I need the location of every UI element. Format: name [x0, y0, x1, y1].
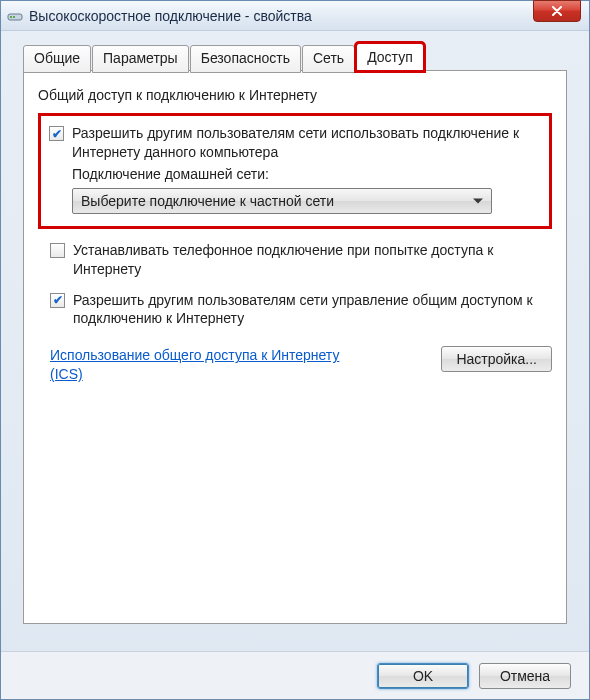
dial-on-demand-row: Устанавливать телефонное подключение при…: [50, 241, 552, 279]
svg-rect-2: [13, 16, 15, 18]
dialog-body: Общие Параметры Безопасность Сеть Доступ…: [1, 31, 589, 638]
tab-panel-access: Общий доступ к подключению к Интернету ✔…: [23, 70, 567, 624]
titlebar[interactable]: Высокоскоростное подключение - свойства: [1, 1, 589, 31]
ok-button[interactable]: OK: [377, 663, 469, 689]
allow-sharing-label: Разрешить другим пользователям сети испо…: [72, 124, 539, 162]
window-title: Высокоскоростное подключение - свойства: [29, 8, 583, 24]
home-network-dropdown[interactable]: Выберите подключение к частной сети: [72, 188, 492, 214]
allow-sharing-row: ✔ Разрешить другим пользователям сети ис…: [49, 124, 539, 162]
dial-on-demand-checkbox[interactable]: [50, 243, 65, 258]
tab-network[interactable]: Сеть: [302, 45, 355, 73]
tab-parameters[interactable]: Параметры: [92, 45, 189, 73]
modem-icon: [7, 10, 23, 22]
allow-control-row: ✔ Разрешить другим пользователям сети уп…: [50, 291, 552, 329]
allow-control-label: Разрешить другим пользователям сети упра…: [73, 291, 552, 329]
allow-control-checkbox[interactable]: ✔: [50, 293, 65, 308]
close-button[interactable]: [533, 0, 581, 22]
settings-button[interactable]: Настройка...: [441, 346, 552, 372]
properties-window: Высокоскоростное подключение - свойства …: [0, 0, 590, 700]
cancel-button[interactable]: Отмена: [479, 663, 571, 689]
tab-general[interactable]: Общие: [23, 45, 91, 73]
dropdown-selected-text: Выберите подключение к частной сети: [81, 193, 334, 209]
tab-security[interactable]: Безопасность: [190, 45, 301, 73]
allow-sharing-checkbox[interactable]: ✔: [49, 126, 64, 141]
chevron-down-icon: [473, 198, 483, 203]
link-settings-row: Использование общего доступа к Интернету…: [38, 346, 552, 384]
tab-strip: Общие Параметры Безопасность Сеть Доступ: [23, 43, 567, 71]
dial-on-demand-label: Устанавливать телефонное подключение при…: [73, 241, 552, 279]
ics-help-link[interactable]: Использование общего доступа к Интернету…: [50, 346, 350, 384]
group-title: Общий доступ к подключению к Интернету: [38, 87, 552, 103]
check-icon: ✔: [53, 294, 63, 306]
home-network-label: Подключение домашней сети:: [72, 166, 539, 182]
highlighted-sharing-section: ✔ Разрешить другим пользователям сети ис…: [38, 113, 552, 229]
check-icon: ✔: [52, 128, 62, 140]
svg-rect-1: [10, 16, 12, 18]
dialog-button-bar: OK Отмена: [1, 651, 589, 699]
tab-access[interactable]: Доступ: [356, 43, 424, 71]
